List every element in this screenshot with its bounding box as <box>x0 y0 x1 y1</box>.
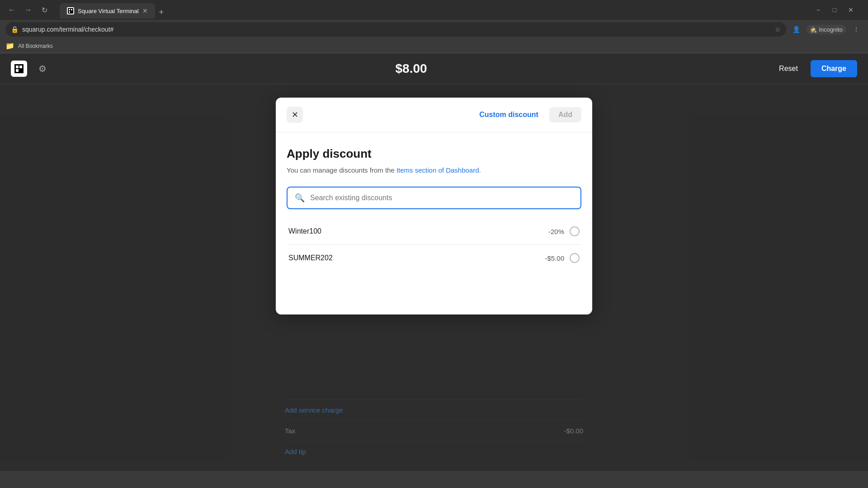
maximize-button[interactable]: □ <box>828 4 841 16</box>
reset-button[interactable]: Reset <box>772 61 805 76</box>
browser-actions: 👤 🕵 Incognito ⋮ <box>790 23 863 36</box>
svg-rect-2 <box>71 9 72 10</box>
incognito-label: Incognito <box>819 26 843 33</box>
browser-tab[interactable]: Square Virtual Terminal ✕ <box>60 3 155 19</box>
lock-icon: 🔒 <box>11 26 19 33</box>
app-logo <box>11 61 27 77</box>
discount-radio-summer202[interactable] <box>570 253 580 263</box>
custom-discount-button[interactable]: Custom discount <box>474 107 544 122</box>
modal-overlay: ✕ Custom discount Add Apply discount You… <box>0 84 868 471</box>
dashboard-link[interactable]: Items section of Dashboard. <box>396 166 481 174</box>
bookmarks-folder-icon: 📁 <box>5 42 14 50</box>
discount-right-summer202: -$5.00 <box>545 253 580 263</box>
settings-button[interactable]: ⚙ <box>34 61 51 77</box>
discount-name-winter100: Winter100 <box>288 227 321 235</box>
bookmarks-bar: 📁 All Bookmarks <box>0 39 868 53</box>
svg-rect-7 <box>16 69 19 72</box>
browser-titlebar: ← → ↻ Square Virtual Terminal ✕ + − □ ✕ <box>0 0 868 20</box>
refresh-button[interactable]: ↻ <box>38 4 51 16</box>
subtitle-text: You can manage discounts from the <box>287 166 396 174</box>
url-text: squarup.com/terminal/checkout# <box>22 26 771 33</box>
modal-title: Apply discount <box>287 147 581 161</box>
discount-list: Winter100 -20% SUMMER202 -$5.00 <box>287 218 581 271</box>
modal-close-button[interactable]: ✕ <box>287 107 303 123</box>
bookmarks-label[interactable]: All Bookmarks <box>18 43 53 49</box>
discount-value-winter100: -20% <box>548 228 564 235</box>
modal-subtitle: You can manage discounts from the Items … <box>287 166 581 174</box>
search-container[interactable]: 🔍 <box>287 187 581 209</box>
search-icon: 🔍 <box>295 193 305 203</box>
svg-rect-6 <box>19 66 22 68</box>
discount-right-winter100: -20% <box>548 226 580 236</box>
tab-title: Square Virtual Terminal <box>78 8 139 14</box>
star-icon: ☆ <box>775 26 781 33</box>
svg-rect-5 <box>16 66 19 68</box>
incognito-icon: 🕵 <box>810 26 817 33</box>
search-input[interactable] <box>310 194 573 202</box>
close-icon: ✕ <box>292 110 298 120</box>
discount-item-winter100[interactable]: Winter100 -20% <box>287 218 581 245</box>
menu-button[interactable]: ⋮ <box>850 23 863 36</box>
svg-rect-0 <box>68 8 73 14</box>
modal-body: Apply discount You can manage discounts … <box>276 132 592 282</box>
svg-rect-1 <box>69 9 70 10</box>
window-action-controls: − □ ✕ <box>812 4 857 16</box>
tab-bar: Square Virtual Terminal ✕ + <box>60 1 808 19</box>
profile-button[interactable]: 👤 <box>790 23 802 36</box>
modal-header: ✕ Custom discount Add <box>276 98 592 132</box>
svg-rect-3 <box>69 11 70 13</box>
discount-radio-winter100[interactable] <box>570 226 580 236</box>
charge-button[interactable]: Charge <box>811 60 857 77</box>
address-bar-row: 🔒 squarup.com/terminal/checkout# ☆ 👤 🕵 I… <box>0 20 868 39</box>
header-actions: Reset Charge <box>772 60 857 77</box>
page-background: Add service charge Tax -$0.00 Add tip ✕ <box>0 84 868 471</box>
incognito-badge: 🕵 Incognito <box>806 25 846 34</box>
forward-button[interactable]: → <box>22 4 34 16</box>
back-button[interactable]: ← <box>5 4 18 16</box>
discount-value-summer202: -$5.00 <box>545 254 564 262</box>
app-header: ⚙ $8.00 Reset Charge <box>0 53 868 84</box>
browser-chrome: ← → ↻ Square Virtual Terminal ✕ + − □ ✕ … <box>0 0 868 53</box>
main-content: ⚙ $8.00 Reset Charge Add service charge … <box>0 53 868 471</box>
discount-name-summer202: SUMMER202 <box>288 254 333 262</box>
header-amount: $8.00 <box>51 61 772 76</box>
tab-favicon <box>67 7 74 14</box>
minimize-button[interactable]: − <box>812 4 825 16</box>
tab-close-button[interactable]: ✕ <box>142 7 148 14</box>
close-window-button[interactable]: ✕ <box>844 4 857 16</box>
window-controls: ← → ↻ <box>5 4 51 16</box>
discount-item-summer202[interactable]: SUMMER202 -$5.00 <box>287 245 581 271</box>
modal-add-button[interactable]: Add <box>549 107 581 122</box>
apply-discount-modal: ✕ Custom discount Add Apply discount You… <box>276 98 592 314</box>
address-bar[interactable]: 🔒 squarup.com/terminal/checkout# ☆ <box>5 22 786 37</box>
new-tab-button[interactable]: + <box>155 6 168 19</box>
